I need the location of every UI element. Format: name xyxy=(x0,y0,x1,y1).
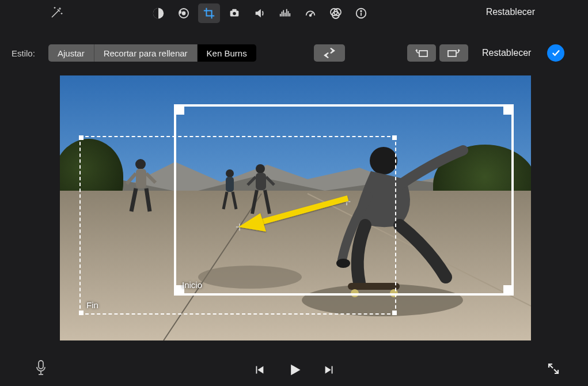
svg-rect-5 xyxy=(232,9,236,12)
svg-rect-14 xyxy=(448,51,456,56)
filters-icon[interactable] xyxy=(325,3,347,23)
speed-icon[interactable] xyxy=(299,3,321,23)
style-fit-button[interactable]: Ajustar xyxy=(48,44,94,62)
volume-icon[interactable] xyxy=(249,3,271,23)
svg-rect-13 xyxy=(419,51,427,56)
style-segmented-control: Ajustar Recortar para rellenar Ken Burns xyxy=(48,44,256,62)
inspector-toolbar: Restablecer xyxy=(0,0,588,25)
noise-reduction-icon[interactable] xyxy=(274,3,296,23)
svg-point-2 xyxy=(183,12,185,15)
crop-icon[interactable] xyxy=(198,3,220,23)
rotate-cw-button[interactable] xyxy=(439,44,468,62)
preview-viewer[interactable]: Fin Inicio ＋ ＋ xyxy=(60,75,531,340)
magic-wand-icon[interactable] xyxy=(50,6,63,20)
previous-button[interactable] xyxy=(253,364,265,376)
next-button[interactable] xyxy=(323,364,336,376)
info-icon[interactable] xyxy=(350,3,372,23)
rotate-ccw-button[interactable] xyxy=(407,44,436,62)
start-center-cross-icon: ＋ xyxy=(340,192,354,210)
swap-start-end-button[interactable] xyxy=(314,44,345,62)
end-center-cross-icon: ＋ xyxy=(233,217,246,236)
color-balance-icon[interactable] xyxy=(147,3,169,23)
playback-controls xyxy=(0,362,588,378)
color-correction-icon[interactable] xyxy=(173,3,195,23)
style-label: Estilo: xyxy=(12,48,35,58)
rotate-group xyxy=(407,44,468,62)
inspector-tools xyxy=(147,3,372,23)
transport-bar xyxy=(0,351,588,386)
svg-point-7 xyxy=(310,14,312,16)
stabilization-icon[interactable] xyxy=(223,3,245,23)
kenburns-start-label: Inicio xyxy=(182,280,202,290)
reset-crop-button[interactable]: Restablecer xyxy=(482,48,531,58)
fullscreen-icon[interactable] xyxy=(547,362,560,376)
reset-all-button[interactable]: Restablecer xyxy=(486,7,535,17)
svg-point-3 xyxy=(179,10,181,14)
crop-options-bar: Estilo: Ajustar Recortar para rellenar K… xyxy=(0,41,588,65)
style-kenburns-button[interactable]: Ken Burns xyxy=(197,44,256,62)
kenburns-end-label: Fin xyxy=(86,300,98,310)
svg-point-6 xyxy=(233,12,236,16)
svg-point-12 xyxy=(361,10,362,12)
apply-button[interactable] xyxy=(547,44,564,62)
play-button[interactable] xyxy=(286,362,302,378)
style-crop-button[interactable]: Recortar para rellenar xyxy=(94,44,197,62)
